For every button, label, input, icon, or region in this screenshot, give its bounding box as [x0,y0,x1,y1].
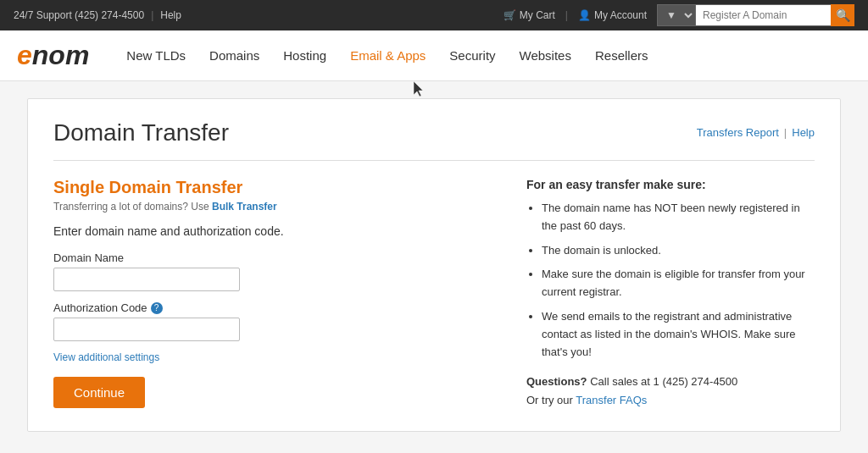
top-bar-separator: | [151,9,153,21]
page-links-pipe: | [784,126,787,139]
nav-email-apps[interactable]: Email & Apps [338,30,437,81]
right-col: For an easy transfer make sure: The doma… [526,178,815,411]
page-links: Transfers Report | Help [697,126,815,139]
nav-domains[interactable]: Domains [198,30,271,81]
logo-e: e [17,40,32,71]
or-try-text: Or try our [526,394,576,406]
questions-text: Questions? Call sales at 1 (425) 274-450… [526,373,815,410]
cart-label: My Cart [520,9,555,21]
nav-new-tlds[interactable]: New TLDs [114,30,198,81]
transfers-report-link[interactable]: Transfers Report [697,126,779,139]
logo-nom: nom [32,40,90,71]
transfer-faqs-link[interactable]: Transfer FAQs [576,394,647,406]
auth-code-input[interactable] [53,318,240,341]
tip-item: Make sure the domain is eligible for tra… [542,266,815,301]
divider [53,160,815,161]
top-bar-right: 🛒 My Cart | 👤 My Account ▼ 🔍 [504,4,854,26]
top-bar-left: 24/7 Support (425) 274-4500 | Help [14,9,181,21]
page-header: Domain Transfer Transfers Report | Help [53,119,815,146]
cart-icon: 🛒 [504,9,516,21]
tips-title: For an easy transfer make sure: [526,178,815,191]
register-search-button[interactable]: 🔍 [831,4,854,26]
left-col: Single Domain Transfer Transferring a lo… [53,178,492,411]
nav-websites[interactable]: Websites [508,30,583,81]
nav-resellers[interactable]: Resellers [583,30,660,81]
cart-link[interactable]: 🛒 My Cart [504,9,555,21]
auth-help-icon[interactable]: ? [151,302,163,314]
two-col-layout: Single Domain Transfer Transferring a lo… [53,178,815,411]
register-form: ▼ 🔍 [657,4,854,26]
form-intro: Enter domain name and authorization code… [53,224,492,238]
view-settings-link[interactable]: View additional settings [53,351,492,363]
domain-name-label: Domain Name [53,251,492,264]
page-help-link[interactable]: Help [792,126,815,139]
account-icon: 👤 [578,9,591,21]
questions-phone: Call sales at 1 (425) 274-4500 [590,375,737,388]
account-link[interactable]: 👤 My Account [578,9,647,21]
account-label: My Account [594,9,647,21]
top-bar-pipe: | [565,9,568,21]
section-title: Single Domain Transfer [53,178,492,197]
questions-label: Questions? [526,375,587,388]
nav-security[interactable]: Security [437,30,507,81]
register-input[interactable] [695,4,831,26]
bulk-transfer-link[interactable]: Bulk Transfer [212,201,277,213]
content-card: Domain Transfer Transfers Report | Help … [27,98,841,432]
support-text: 24/7 Support (425) 274-4500 [14,9,144,21]
tip-item: The domain is unlocked. [542,242,815,260]
nav-links: New TLDs Domains Hosting Email & Apps Se… [114,30,659,81]
bulk-note-text: Transferring a lot of domains? Use [53,201,209,213]
domain-name-input[interactable] [53,268,240,291]
page-title: Domain Transfer [53,119,229,146]
auth-label-row: Authorization Code ? [53,301,492,314]
top-bar: 24/7 Support (425) 274-4500 | Help 🛒 My … [0,0,868,30]
bulk-note: Transferring a lot of domains? Use Bulk … [53,201,492,213]
main-content: Domain Transfer Transfers Report | Help … [0,81,868,453]
continue-button[interactable]: Continue [53,377,145,408]
help-link[interactable]: Help [160,9,181,21]
logo[interactable]: enom [17,40,89,71]
auth-code-label: Authorization Code [53,301,147,314]
tip-item: The domain name has NOT been newly regis… [542,200,815,235]
nav-hosting[interactable]: Hosting [271,30,338,81]
register-select[interactable]: ▼ [657,4,695,26]
tip-item: We send emails to the registrant and adm… [542,308,815,361]
tips-list: The domain name has NOT been newly regis… [526,200,815,361]
nav-bar: enom New TLDs Domains Hosting Email & Ap… [0,30,868,81]
